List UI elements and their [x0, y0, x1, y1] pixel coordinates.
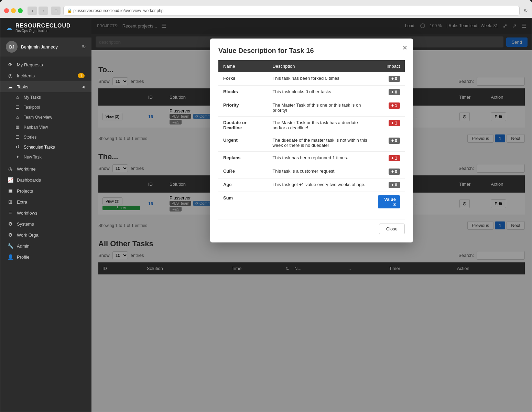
sidebar-item-profile[interactable]: 👤 Profile	[0, 251, 91, 262]
modal-table-row: BlocksThis task blocks 0 other tasks+ 0	[218, 86, 405, 99]
main-content: PROJECTS: Recent projects... ☰ Load: 100…	[91, 18, 532, 412]
sidebar-item-label: Workflows	[17, 210, 37, 216]
sidebar-item-workflows[interactable]: ≡ Workflows	[0, 207, 91, 218]
modal-row-description: This task has been forked 0 times	[268, 72, 373, 86]
sub-item-label: Scheduled Tasks	[24, 145, 55, 150]
sidebar-item-label: Worktime	[17, 166, 36, 172]
modal-row-name: Blocks	[218, 86, 268, 99]
back-button[interactable]: ‹	[28, 7, 37, 15]
modal-row-description: This task is a customer request.	[268, 165, 373, 178]
sidebar-item-label: Extra	[17, 199, 27, 205]
dashboards-icon: 📈	[7, 177, 13, 183]
modal-table-row: Duedate or DeadlineThe Master Task or th…	[218, 117, 405, 134]
modal-row-impact: + 1	[373, 99, 405, 117]
sidebar: ☁ RESOURCECLOUD DevOps Organisation BJ B…	[0, 18, 91, 412]
impact-badge: Value 3	[378, 195, 400, 208]
taskpool-icon: ☰	[15, 105, 20, 110]
impact-badge: + 1	[389, 155, 400, 161]
sidebar-item-label: Admin	[17, 243, 30, 249]
reload-button[interactable]: ↻	[524, 8, 528, 13]
traffic-light-yellow[interactable]	[11, 8, 16, 13]
sidebar-item-dashboards[interactable]: 📈 Dashboards	[0, 174, 91, 185]
modal-table-row: ForksThis task has been forked 0 times+ …	[218, 72, 405, 86]
impact-badge: + 0	[389, 89, 400, 95]
profile-icon: 👤	[7, 254, 13, 260]
reader-view-button[interactable]: ⊡	[51, 7, 61, 15]
sidebar-item-stories[interactable]: ☰ Stories	[0, 132, 91, 142]
sidebar-item-label: Work Orga	[17, 232, 39, 238]
sidebar-item-systems[interactable]: ⚙ Systems	[0, 218, 91, 229]
traffic-light-green[interactable]	[18, 8, 23, 13]
sidebar-item-my-requests[interactable]: ⟳ My Requests	[0, 59, 91, 70]
sub-item-label: Team Overview	[24, 115, 52, 120]
modal-row-name: Replans	[218, 152, 268, 165]
sidebar-item-kanban[interactable]: ▦ Kanban View	[0, 122, 91, 132]
close-button[interactable]: Close	[379, 224, 405, 234]
sidebar-item-label: Profile	[17, 254, 30, 260]
team-overview-icon: ⌂	[15, 115, 20, 120]
sub-item-label: Kanban View	[24, 125, 48, 130]
sidebar-nav: ⟳ My Requests ◎ Incidents 1 ☁ Tasks ◀ ⌂ …	[0, 56, 91, 412]
sidebar-item-incidents[interactable]: ◎ Incidents 1	[0, 70, 91, 81]
refresh-icon[interactable]: ↻	[82, 44, 86, 50]
sidebar-item-worktime[interactable]: ◷ Worktime	[0, 163, 91, 174]
extra-icon: ⊞	[7, 199, 13, 205]
requests-icon: ⟳	[7, 62, 13, 67]
modal-row-name: Priority	[218, 99, 268, 117]
sidebar-item-work-orga[interactable]: ⚙ Work Orga	[0, 229, 91, 240]
modal-row-name: Forks	[218, 72, 268, 86]
avatar: BJ	[6, 41, 18, 53]
modal-row-name: Duedate or Deadline	[218, 117, 268, 134]
sidebar-item-label: My Requests	[17, 62, 43, 67]
work-orga-icon: ⚙	[7, 232, 13, 238]
modal-footer: Close	[218, 219, 405, 234]
sidebar-item-extra[interactable]: ⊞ Extra	[0, 196, 91, 207]
modal-overlay: Value Description for Task 16 ✕ Name Des…	[91, 18, 532, 412]
modal-table-row: UrgentThe duedate of the master task is …	[218, 134, 405, 152]
modal-row-description: This task blocks 0 other tasks	[268, 86, 373, 99]
modal-row-name: Urgent	[218, 134, 268, 152]
traffic-light-red[interactable]	[4, 8, 9, 13]
sidebar-item-team-overview[interactable]: ⌂ Team Overview	[0, 112, 91, 122]
user-name: Benjamin Jannedy	[21, 44, 58, 50]
systems-icon: ⚙	[7, 221, 13, 227]
sidebar-item-label: Projects	[17, 188, 33, 194]
worktime-icon: ◷	[7, 166, 13, 172]
impact-badge: + 0	[389, 76, 400, 82]
modal-col-name: Name	[218, 60, 268, 72]
modal-row-description: The Master Task of this one or this task…	[268, 99, 373, 117]
impact-badge: + 1	[389, 102, 400, 109]
sidebar-item-label: Tasks	[17, 84, 28, 89]
modal-row-description: The Master Task or this task has a dueda…	[268, 117, 373, 134]
sub-item-label: My Tasks	[24, 95, 41, 100]
sidebar-item-taskpool[interactable]: ☰ Taskpool	[0, 102, 91, 112]
impact-badge: + 1	[389, 120, 400, 126]
sidebar-item-label: Incidents	[17, 73, 35, 78]
forward-button[interactable]: ›	[39, 7, 48, 15]
modal-row-description: The duedate of the master task is not wi…	[268, 134, 373, 152]
modal-row-description	[268, 192, 373, 212]
modal-close-button[interactable]: ✕	[402, 44, 408, 52]
modal-row-impact: + 1	[373, 117, 405, 134]
new-task-icon: ✦	[15, 154, 20, 160]
sidebar-item-scheduled-tasks[interactable]: ↺ Scheduled Tasks	[0, 142, 91, 152]
modal-row-impact: + 0	[373, 72, 405, 86]
sidebar-item-tasks[interactable]: ☁ Tasks ◀	[0, 81, 91, 92]
sidebar-item-label: Dashboards	[17, 177, 41, 183]
sidebar-item-admin[interactable]: 🔧 Admin	[0, 240, 91, 251]
sidebar-item-new-task[interactable]: ✦ New Task	[0, 152, 91, 162]
sub-item-label: Stories	[24, 135, 36, 140]
modal-row-name: Sum	[218, 192, 268, 212]
sidebar-item-my-tasks[interactable]: ⌂ My Tasks	[0, 92, 91, 102]
sidebar-item-projects[interactable]: ▣ Projects	[0, 185, 91, 196]
sidebar-user: BJ Benjamin Jannedy ↻	[0, 37, 91, 56]
impact-badge: + 0	[389, 169, 400, 175]
kanban-icon: ▦	[15, 124, 20, 130]
impact-badge: + 0	[389, 182, 400, 188]
sub-item-label: New Task	[24, 155, 42, 160]
modal-row-name: Age	[218, 178, 268, 192]
sub-item-label: Taskpool	[24, 105, 40, 110]
my-tasks-icon: ⌂	[15, 95, 20, 100]
lock-icon: 🔒	[67, 8, 72, 13]
modal-row-impact: + 0	[373, 178, 405, 192]
